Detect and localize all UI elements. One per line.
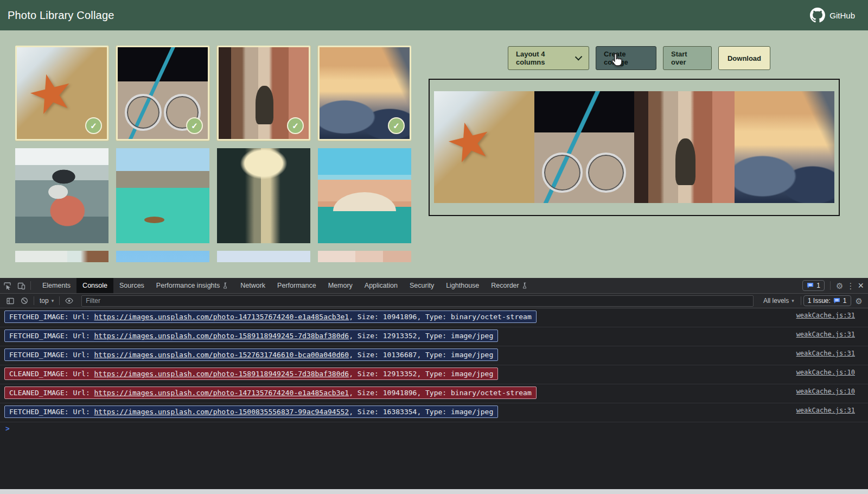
photo-lake-image	[116, 148, 209, 243]
photo-bridge-image	[217, 148, 310, 243]
issues-counter-toolbar[interactable]: 1 Issue: 1	[803, 295, 851, 306]
page-title: Photo Library Collage	[8, 9, 114, 22]
log-levels-select[interactable]: All levels ▾	[759, 297, 799, 305]
photo-thumb-venice[interactable]	[318, 148, 411, 243]
issues-bubble-icon	[807, 282, 814, 289]
selected-check-icon: ✓	[85, 117, 102, 134]
mouse-cursor-pointer	[611, 53, 623, 67]
tab-label: Memory	[328, 282, 353, 289]
tab-label: Elements	[42, 282, 71, 289]
devtools-tabbar: ElementsConsoleSourcesPerformance insigh…	[0, 278, 868, 294]
tab-sources[interactable]: Sources	[113, 278, 150, 293]
console-url-link[interactable]: https://images.unsplash.com/photo-158911…	[94, 332, 349, 340]
settings-gear-icon[interactable]: ⚙	[836, 282, 843, 290]
photo-thumb-sky[interactable]	[116, 251, 209, 262]
console-sidebar-icon[interactable]	[3, 294, 17, 308]
download-button[interactable]: Download	[718, 46, 770, 70]
console-prompt[interactable]: >	[0, 422, 868, 434]
divider	[34, 296, 34, 305]
console-url-link[interactable]: https://images.unsplash.com/photo-147135…	[94, 389, 349, 397]
divider	[801, 296, 801, 305]
github-link[interactable]: GitHub	[810, 8, 855, 23]
photo-thumb-blossom[interactable]	[318, 251, 411, 262]
console-toolbar: top ▾ All levels ▾ 1 Issue: 1 ⚙	[0, 294, 868, 308]
console-settings-gear-icon[interactable]: ⚙	[856, 297, 863, 305]
collage-image-bicycle	[534, 91, 635, 203]
console-message-cleaned: CLEANED_IMAGE: Url: https://images.unspl…	[4, 368, 498, 380]
photo-sky-image	[116, 251, 209, 262]
tab-elements[interactable]: Elements	[36, 278, 76, 293]
console-message-fetched: FETCHED_IMAGE: Url: https://images.unspl…	[4, 330, 498, 342]
device-toolbar-icon[interactable]	[14, 278, 28, 293]
tab-performance-insights[interactable]: Performance insights	[150, 278, 234, 293]
collage-image-alley	[634, 91, 735, 203]
inspect-element-icon[interactable]	[0, 278, 14, 293]
tab-recorder[interactable]: Recorder	[485, 278, 533, 293]
collage-controls: Layout 4 columns Create collage Start ov…	[508, 46, 770, 70]
create-collage-button[interactable]: Create collage	[596, 46, 656, 70]
console-row: FETCHED_IMAGE: Url: https://images.unspl…	[0, 403, 868, 422]
tab-network[interactable]: Network	[234, 278, 271, 293]
divider	[59, 296, 60, 305]
prompt-chevron-icon: >	[5, 425, 10, 433]
divider	[830, 281, 831, 290]
devtools-tabs: ElementsConsoleSourcesPerformance insigh…	[36, 278, 534, 293]
flask-icon	[522, 282, 528, 289]
selected-check-icon: ✓	[186, 117, 203, 134]
console-scrollbar-track[interactable]	[0, 489, 868, 494]
tab-memory[interactable]: Memory	[322, 278, 359, 293]
console-log-list: FETCHED_IMAGE: Url: https://images.unspl…	[0, 308, 868, 422]
layout-select-value: Layout 4 columns	[516, 50, 572, 66]
photo-thumb-alley[interactable]: ✓	[217, 46, 310, 141]
console-source-link[interactable]: weakCache.js:31	[796, 330, 855, 338]
console-row: CLEANED_IMAGE: Url: https://images.unspl…	[0, 365, 868, 384]
selected-check-icon: ✓	[287, 117, 304, 134]
console-row: CLEANED_IMAGE: Url: https://images.unspl…	[0, 384, 868, 403]
console-url-link[interactable]: https://images.unsplash.com/photo-158911…	[94, 370, 349, 378]
tab-label: Sources	[119, 282, 144, 289]
photo-thumb-hiker[interactable]	[15, 148, 108, 243]
tab-label: Security	[410, 282, 434, 289]
console-url-link[interactable]: https://images.unsplash.com/photo-152763…	[94, 351, 349, 359]
github-label: GitHub	[829, 11, 855, 20]
console-message-fetched: FETCHED_IMAGE: Url: https://images.unspl…	[4, 311, 537, 323]
console-url-link[interactable]: https://images.unsplash.com/photo-150083…	[94, 408, 349, 416]
console-source-link[interactable]: weakCache.js:10	[796, 387, 855, 395]
tab-performance[interactable]: Performance	[271, 278, 322, 293]
issues-counter[interactable]: 1	[802, 280, 825, 291]
photo-thumb-pale[interactable]	[217, 251, 310, 262]
tab-application[interactable]: Application	[359, 278, 404, 293]
console-row: FETCHED_IMAGE: Url: https://images.unspl…	[0, 308, 868, 327]
photo-thumb-beach2[interactable]	[15, 251, 108, 262]
start-over-button[interactable]: Start over	[663, 46, 712, 70]
divider	[30, 281, 31, 290]
console-source-link[interactable]: weakCache.js:31	[796, 406, 855, 414]
photo-thumb-airplane[interactable]: ✓	[318, 46, 411, 141]
photo-thumb-bridge[interactable]	[217, 148, 310, 243]
photo-thumb-starfish[interactable]: ✓	[15, 46, 108, 141]
live-expression-eye-icon[interactable]	[62, 294, 76, 308]
tab-label: Network	[240, 282, 265, 289]
console-row: FETCHED_IMAGE: Url: https://images.unspl…	[0, 327, 868, 346]
photo-venice-image	[318, 148, 411, 243]
clear-console-icon[interactable]	[17, 294, 31, 308]
console-source-link[interactable]: weakCache.js:10	[796, 368, 855, 376]
console-source-link[interactable]: weakCache.js:31	[796, 349, 855, 357]
collage-canvas	[434, 91, 834, 203]
kebab-menu-icon[interactable]: ⋮	[846, 282, 854, 290]
console-source-link[interactable]: weakCache.js:31	[796, 311, 855, 319]
close-devtools-icon[interactable]: ×	[858, 281, 864, 290]
tab-label: Lighthouse	[446, 282, 479, 289]
photo-thumb-lake[interactable]	[116, 148, 209, 243]
photo-hiker-image	[15, 148, 108, 243]
tab-lighthouse[interactable]: Lighthouse	[440, 278, 485, 293]
photo-thumb-bicycle[interactable]: ✓	[116, 46, 209, 141]
tab-security[interactable]: Security	[404, 278, 440, 293]
tab-label: Performance	[277, 282, 316, 289]
devtools-tabbar-actions: 1 ⚙ ⋮ ×	[802, 280, 868, 291]
tab-console[interactable]: Console	[76, 278, 113, 293]
console-filter-input[interactable]	[81, 295, 754, 307]
console-url-link[interactable]: https://images.unsplash.com/photo-147135…	[94, 313, 349, 321]
layout-select[interactable]: Layout 4 columns	[508, 46, 589, 70]
context-selector[interactable]: top ▾	[36, 297, 57, 305]
